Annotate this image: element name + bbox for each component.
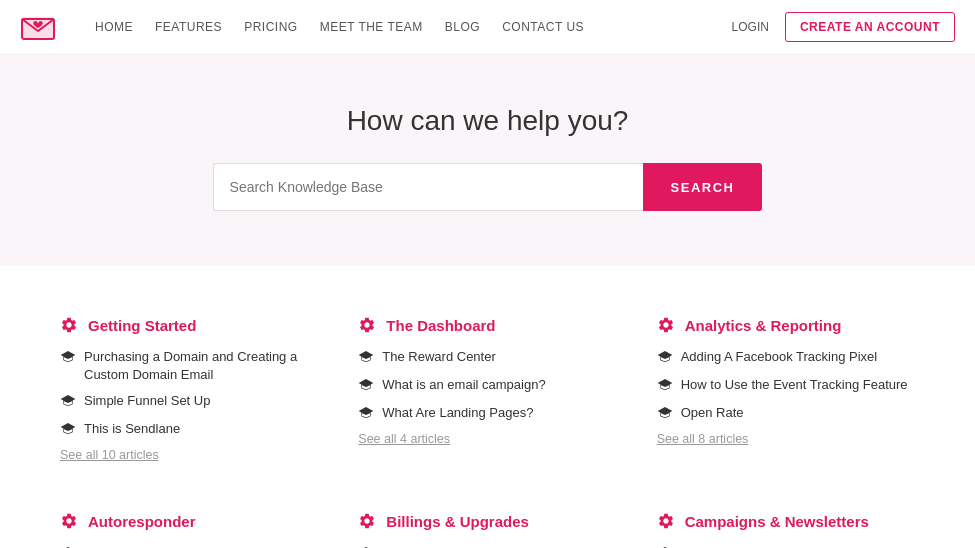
create-account-button[interactable]: CREATE AN ACCOUNT bbox=[785, 12, 955, 42]
grad-cap-icon bbox=[358, 349, 374, 368]
hero-search-form: SEARCH bbox=[20, 163, 955, 211]
nav-links: HOME FEATURES PRICING MEET THE TEAM BLOG… bbox=[95, 20, 732, 34]
article-link[interactable]: How Do I Edit an Autoresponder? bbox=[84, 544, 277, 548]
category-4: Billings & Upgrades How to Upgrade or Do… bbox=[358, 502, 616, 548]
gear-icon bbox=[657, 316, 675, 334]
article-item: Open Rate bbox=[657, 404, 915, 424]
category-0: Getting Started Purchasing a Domain and … bbox=[60, 306, 318, 472]
grad-cap-icon bbox=[358, 377, 374, 396]
gear-icon bbox=[657, 512, 675, 530]
content-section: Getting Started Purchasing a Domain and … bbox=[0, 266, 975, 548]
grad-cap-icon bbox=[657, 377, 673, 396]
hero-title: How can we help you? bbox=[20, 105, 955, 137]
gear-icon bbox=[60, 316, 78, 334]
article-link[interactable]: How to Upgrade or Downgrade Your Subscri… bbox=[382, 544, 616, 548]
article-item: This is Sendlane bbox=[60, 420, 318, 440]
see-all-link[interactable]: See all 10 articles bbox=[60, 448, 318, 462]
article-link[interactable]: The Reward Center bbox=[382, 348, 495, 366]
see-all-link[interactable]: See all 8 articles bbox=[657, 432, 915, 446]
article-link[interactable]: How to Use the Event Tracking Feature bbox=[681, 376, 908, 394]
category-title: Billings & Upgrades bbox=[386, 513, 529, 530]
grad-cap-icon bbox=[60, 393, 76, 412]
category-title: Analytics & Reporting bbox=[685, 317, 842, 334]
nav-blog[interactable]: BLOG bbox=[445, 20, 480, 34]
grad-cap-icon bbox=[657, 405, 673, 424]
nav-pricing[interactable]: PRICING bbox=[244, 20, 298, 34]
grad-cap-icon bbox=[60, 349, 76, 368]
article-item: How to Upgrade or Downgrade Your Subscri… bbox=[358, 544, 616, 548]
nav-home[interactable]: HOME bbox=[95, 20, 133, 34]
category-title: Campaigns & Newsletters bbox=[685, 513, 869, 530]
search-button[interactable]: SEARCH bbox=[643, 163, 763, 211]
categories-grid: Getting Started Purchasing a Domain and … bbox=[60, 306, 915, 548]
category-5: Campaigns & Newsletters How may I view a… bbox=[657, 502, 915, 548]
article-link[interactable]: Adding A Facebook Tracking Pixel bbox=[681, 348, 878, 366]
article-link[interactable]: Simple Funnel Set Up bbox=[84, 392, 210, 410]
category-header: Campaigns & Newsletters bbox=[657, 512, 915, 530]
article-link[interactable]: What Are Landing Pages? bbox=[382, 404, 533, 422]
category-2: Analytics & Reporting Adding A Facebook … bbox=[657, 306, 915, 472]
navigation: HOME FEATURES PRICING MEET THE TEAM BLOG… bbox=[0, 0, 975, 55]
logo-icon bbox=[20, 9, 56, 45]
article-item: How to Use the Event Tracking Feature bbox=[657, 376, 915, 396]
category-title: Getting Started bbox=[88, 317, 196, 334]
article-item: Adding A Facebook Tracking Pixel bbox=[657, 348, 915, 368]
grad-cap-icon bbox=[657, 349, 673, 368]
grad-cap-icon bbox=[358, 405, 374, 424]
search-input[interactable] bbox=[213, 163, 643, 211]
article-item: The Reward Center bbox=[358, 348, 616, 368]
category-header: The Dashboard bbox=[358, 316, 616, 334]
article-item: How Do I Edit an Autoresponder? bbox=[60, 544, 318, 548]
category-header: Billings & Upgrades bbox=[358, 512, 616, 530]
article-item: Simple Funnel Set Up bbox=[60, 392, 318, 412]
category-title: Autoresponder bbox=[88, 513, 196, 530]
article-link[interactable]: How may I view a previously sent Campaig… bbox=[681, 544, 915, 548]
category-header: Autoresponder bbox=[60, 512, 318, 530]
hero-section: How can we help you? SEARCH bbox=[0, 55, 975, 266]
login-link[interactable]: LOGIN bbox=[732, 20, 769, 34]
gear-icon bbox=[358, 512, 376, 530]
gear-icon bbox=[60, 512, 78, 530]
category-3: Autoresponder How Do I Edit an Autorespo… bbox=[60, 502, 318, 548]
gear-icon bbox=[358, 316, 376, 334]
category-header: Getting Started bbox=[60, 316, 318, 334]
nav-contact-us[interactable]: CONTACT US bbox=[502, 20, 584, 34]
article-link[interactable]: Purchasing a Domain and Creating a Custo… bbox=[84, 348, 318, 384]
article-item: Purchasing a Domain and Creating a Custo… bbox=[60, 348, 318, 384]
grad-cap-icon bbox=[60, 421, 76, 440]
article-link[interactable]: This is Sendlane bbox=[84, 420, 180, 438]
logo[interactable] bbox=[20, 9, 65, 45]
article-link[interactable]: What is an email campaign? bbox=[382, 376, 545, 394]
nav-actions: LOGIN CREATE AN ACCOUNT bbox=[732, 12, 955, 42]
nav-features[interactable]: FEATURES bbox=[155, 20, 222, 34]
category-title: The Dashboard bbox=[386, 317, 495, 334]
category-1: The Dashboard The Reward Center What is … bbox=[358, 306, 616, 472]
article-item: How may I view a previously sent Campaig… bbox=[657, 544, 915, 548]
article-link[interactable]: Open Rate bbox=[681, 404, 744, 422]
nav-meet-the-team[interactable]: MEET THE TEAM bbox=[320, 20, 423, 34]
article-item: What is an email campaign? bbox=[358, 376, 616, 396]
see-all-link[interactable]: See all 4 articles bbox=[358, 432, 616, 446]
category-header: Analytics & Reporting bbox=[657, 316, 915, 334]
article-item: What Are Landing Pages? bbox=[358, 404, 616, 424]
